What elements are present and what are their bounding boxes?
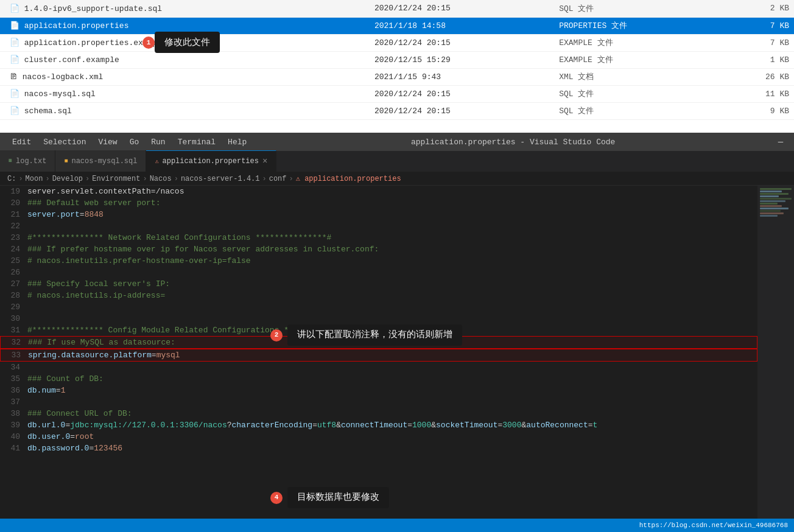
breadcrumb-nacos: Nacos — [150, 175, 172, 183]
file-name: 📄 application.properties — [0, 17, 370, 34]
line-number: 35 — [0, 373, 27, 385]
file-type: XML 文档 — [554, 68, 722, 85]
window-controls[interactable]: — — [773, 135, 788, 149]
line-number: 29 — [0, 301, 27, 313]
editor-container: 19server.servlet.contextPath=/nacos20###… — [0, 186, 794, 519]
code-line: 24### If prefer hostname over ip for Nac… — [0, 243, 757, 255]
annotation-4: 4 目标数据库也要修改 — [268, 487, 389, 508]
status-url: https://blog.csdn.net/weixin_49686768 — [639, 522, 788, 529]
line-number: 19 — [0, 186, 27, 197]
file-date: 2020/12/15 15:29 — [370, 51, 554, 68]
tab-label: log.txt — [16, 157, 46, 166]
file-size: 1 KB — [722, 51, 795, 68]
breadcrumb-file: ⚠ application.properties — [296, 174, 401, 183]
menu-selection[interactable]: Selection — [37, 135, 92, 149]
line-number: 31 — [0, 324, 27, 336]
tab-nacos-mysql-sql[interactable]: ■ nacos-mysql.sql — [55, 150, 146, 172]
file-type: SQL 文件 — [554, 102, 722, 119]
line-number: 24 — [0, 243, 27, 255]
file-date: 2020/12/24 20:15 — [370, 85, 554, 102]
file-size: 26 KB — [722, 68, 795, 85]
code-line: 32### If use MySQL as datasource: — [0, 336, 757, 349]
line-content: ### Default web server port: — [27, 197, 757, 209]
file-row[interactable]: 📄 schema.sql 2020/12/24 20:15 SQL 文件 9 K… — [0, 102, 794, 119]
menu-view[interactable]: View — [92, 135, 123, 149]
code-line: 36db.num=1 — [0, 385, 757, 396]
code-line: 35### Count of DB: — [0, 373, 757, 385]
breadcrumb-c: C: — [7, 175, 16, 183]
tab-close-button[interactable]: × — [262, 157, 267, 166]
file-size: 9 KB — [722, 102, 795, 119]
tab-bar: ≡ log.txt■ nacos-mysql.sql⚠ application.… — [0, 151, 794, 172]
tab-application-properties[interactable]: ⚠ application.properties × — [146, 150, 276, 172]
file-name: 📄 cluster.conf.example — [0, 51, 370, 68]
menu-go[interactable]: Go — [124, 135, 146, 149]
line-number: 27 — [0, 278, 27, 290]
file-date: 2020/12/24 20:15 — [370, 0, 554, 17]
line-number: 41 — [0, 443, 27, 454]
breadcrumb: C: › Moon › Develop › Environment › Naco… — [0, 172, 794, 186]
file-row[interactable]: 📄 nacos-mysql.sql 2020/12/24 20:15 SQL 文… — [0, 85, 794, 102]
file-type: PROPERTIES 文件 — [554, 17, 722, 34]
code-line: 25# nacos.inetutils.prefer-hostname-over… — [0, 255, 757, 267]
code-line: 30 — [0, 313, 757, 324]
menu-terminal[interactable]: Terminal — [172, 135, 222, 149]
line-content: ### Connect URL of DB: — [27, 408, 757, 419]
line-number: 34 — [0, 362, 27, 373]
code-line: 39db.url.0=jdbc:mysql://127.0.0.1:3306/n… — [0, 419, 757, 431]
file-size: 2 KB — [722, 0, 795, 17]
file-explorer: 📄 1.4.0-ipv6_support-update.sql 2020/12/… — [0, 0, 794, 133]
file-date: 2020/12/24 20:15 — [370, 34, 554, 51]
code-line: 33spring.datasource.platform=mysql — [0, 349, 757, 362]
code-line: 21server.port=8848 — [0, 209, 757, 220]
breadcrumb-environment: Environment — [92, 175, 140, 183]
line-number: 23 — [0, 232, 27, 243]
code-line: 34 — [0, 362, 757, 373]
tab-log-txt[interactable]: ≡ log.txt — [0, 150, 55, 172]
line-content: # nacos.inetutils.ip-address= — [27, 290, 757, 301]
minimize-button[interactable]: — — [773, 135, 788, 149]
line-content: server.servlet.contextPath=/nacos — [27, 186, 757, 197]
code-line: 40db.user.0=root — [0, 431, 757, 443]
file-row[interactable]: 📄 application.properties.example 2020/12… — [0, 34, 794, 51]
line-number: 37 — [0, 396, 27, 408]
line-content: spring.datasource.platform=mysql — [28, 349, 757, 361]
tooltip-4: 目标数据库也要修改 — [287, 487, 389, 508]
file-type: EXAMPLE 文件 — [554, 51, 722, 68]
file-table: 📄 1.4.0-ipv6_support-update.sql 2020/12/… — [0, 0, 794, 120]
line-content: # nacos.inetutils.prefer-hostname-over-i… — [27, 255, 757, 267]
file-row[interactable]: 📄 application.properties 2021/1/18 14:58… — [0, 17, 794, 34]
file-size: 7 KB — [722, 17, 795, 34]
code-line: 29 — [0, 301, 757, 313]
menu-edit[interactable]: Edit — [6, 135, 37, 149]
file-row[interactable]: 📄 cluster.conf.example 2020/12/15 15:29 … — [0, 51, 794, 68]
code-line: 28# nacos.inetutils.ip-address= — [0, 290, 757, 301]
badge-4: 4 — [270, 492, 283, 504]
file-name: 📄 nacos-mysql.sql — [0, 85, 370, 102]
code-editor[interactable]: 19server.servlet.contextPath=/nacos20###… — [0, 186, 757, 519]
code-line: 31#*************** Config Module Related… — [0, 324, 757, 336]
menu-bar: EditSelectionViewGoRunTerminalHelp appli… — [0, 133, 794, 151]
file-row[interactable]: 📄 1.4.0-ipv6_support-update.sql 2020/12/… — [0, 0, 794, 17]
line-number: 38 — [0, 408, 27, 419]
line-content: db.num=1 — [27, 385, 757, 396]
breadcrumb-develop: Develop — [52, 175, 83, 183]
window-title: application.properties - Visual Studio C… — [253, 138, 773, 147]
file-type: EXAMPLE 文件 — [554, 34, 722, 51]
code-line: 38### Connect URL of DB: — [0, 408, 757, 419]
file-row[interactable]: 🖹 nacos-logback.xml 2021/1/15 9:43 XML 文… — [0, 68, 794, 85]
menu-run[interactable]: Run — [145, 135, 171, 149]
line-number: 33 — [1, 349, 28, 361]
file-type: SQL 文件 — [554, 85, 722, 102]
code-line: 41db.password.0=123456 — [0, 443, 757, 454]
line-number: 30 — [0, 313, 27, 324]
code-line: 23#*************** Network Related Confi… — [0, 232, 757, 243]
line-content: ### If use MySQL as datasource: — [28, 337, 757, 348]
tab-icon: ⚠ — [155, 158, 158, 165]
status-bar: https://blog.csdn.net/weixin_49686768 — [0, 519, 794, 532]
menu-help[interactable]: Help — [222, 135, 253, 149]
line-number: 36 — [0, 385, 27, 396]
line-number: 40 — [0, 431, 27, 443]
code-line: 20### Default web server port: — [0, 197, 757, 209]
file-type: SQL 文件 — [554, 0, 722, 17]
